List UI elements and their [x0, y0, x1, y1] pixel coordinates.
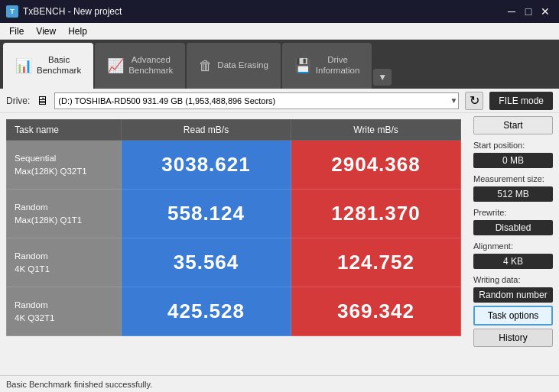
- drive-row: Drive: 🖥 (D:) TOSHIBA-RD500 931.49 GB (1…: [0, 89, 559, 113]
- drive-label: Drive:: [6, 96, 30, 106]
- history-button[interactable]: History: [473, 329, 553, 347]
- status-text: Basic Benchmark finished successfully.: [6, 380, 152, 389]
- tab-basic-benchmark[interactable]: 📊 Basic Benchmark: [3, 43, 93, 89]
- task-cell-2: Random 4K Q1T1: [7, 238, 122, 287]
- write-cell-1: 1281.370: [291, 190, 461, 238]
- status-bar: Basic Benchmark finished successfully.: [0, 375, 559, 392]
- tab-erasing-label: Data Erasing: [217, 60, 268, 71]
- menu-view[interactable]: View: [30, 24, 62, 38]
- read-cell-3: 425.528: [122, 287, 291, 336]
- right-panel: Start Start position: 0 MB Measurement s…: [467, 113, 559, 375]
- tab-data-erasing[interactable]: 🗑 Data Erasing: [187, 43, 280, 89]
- start-position-value: 0 MB: [473, 153, 553, 168]
- advanced-benchmark-icon: 📈: [107, 57, 124, 74]
- task-cell-0: Sequential Max(128K) Q32T1: [7, 141, 122, 190]
- task-cell-3: Random 4K Q32T1: [7, 287, 122, 336]
- menu-bar: File View Help: [0, 23, 559, 40]
- write-cell-3: 369.342: [291, 287, 461, 336]
- table-row: Random Max(128K) Q1T1 558.124 1281.370: [7, 190, 461, 238]
- task-cell-1: Random Max(128K) Q1T1: [7, 190, 122, 238]
- read-cell-1: 558.124: [122, 190, 291, 238]
- start-position-label: Start position:: [473, 141, 553, 150]
- drive-refresh-button[interactable]: ↻: [465, 92, 483, 110]
- window-title: TxBENCH - New project: [23, 6, 122, 17]
- title-bar: T TxBENCH - New project ─ □ ✕: [0, 0, 559, 23]
- col-header-read: Read mB/s: [122, 120, 291, 141]
- prewrite-value: Disabled: [473, 220, 553, 235]
- main-content: Task name Read mB/s Write mB/s Sequentia…: [0, 113, 559, 375]
- read-cell-0: 3038.621: [122, 141, 291, 190]
- toolbar: 📊 Basic Benchmark 📈 Advanced Benchmark 🗑…: [0, 40, 559, 89]
- start-button[interactable]: Start: [473, 116, 553, 134]
- task-options-button[interactable]: Task options: [473, 306, 553, 326]
- table-row: Random 4K Q1T1 35.564 124.752: [7, 238, 461, 287]
- menu-help[interactable]: Help: [62, 24, 93, 38]
- file-mode-button[interactable]: FILE mode: [489, 92, 553, 110]
- drive-select-display[interactable]: (D:) TOSHIBA-RD500 931.49 GB (1,953,488,…: [54, 92, 459, 109]
- tab-advanced-benchmark[interactable]: 📈 Advanced Benchmark: [95, 43, 185, 89]
- title-bar-controls: ─ □ ✕: [504, 4, 553, 19]
- measurement-size-value: 512 MB: [473, 186, 553, 202]
- tab-advanced-label: Advanced Benchmark: [128, 55, 173, 76]
- table-row: Random 4K Q32T1 425.528 369.342: [7, 287, 461, 336]
- table-area: Task name Read mB/s Write mB/s Sequentia…: [0, 113, 467, 375]
- col-header-task: Task name: [7, 120, 122, 141]
- drive-type-icon: 🖥: [36, 94, 48, 108]
- data-erasing-icon: 🗑: [199, 58, 213, 74]
- alignment-label: Alignment:: [473, 241, 553, 251]
- drive-info-icon: 💾: [294, 57, 311, 74]
- basic-benchmark-icon: 📊: [15, 57, 32, 74]
- write-cell-0: 2904.368: [291, 141, 461, 190]
- alignment-value: 4 KB: [473, 254, 553, 269]
- toolbar-dropdown: ▼: [373, 43, 392, 89]
- menu-file[interactable]: File: [3, 24, 30, 38]
- close-button[interactable]: ✕: [538, 4, 553, 19]
- write-cell-2: 124.752: [291, 238, 461, 287]
- read-cell-2: 35.564: [122, 238, 291, 287]
- tab-basic-label: Basic Benchmark: [37, 55, 81, 76]
- tab-drive-info[interactable]: 💾 Drive Information: [282, 43, 372, 89]
- toolbar-dropdown-btn[interactable]: ▼: [373, 69, 392, 86]
- drive-select-wrapper: (D:) TOSHIBA-RD500 931.49 GB (1,953,488,…: [54, 92, 459, 109]
- writing-data-value: Random number: [473, 287, 553, 303]
- benchmark-table: Task name Read mB/s Write mB/s Sequentia…: [6, 119, 461, 336]
- drive-value: (D:) TOSHIBA-RD500 931.49 GB (1,953,488,…: [58, 96, 275, 105]
- app-icon: T: [6, 5, 18, 18]
- measurement-size-label: Measurement size:: [473, 174, 553, 183]
- col-header-write: Write mB/s: [291, 120, 461, 141]
- prewrite-label: Prewrite:: [473, 208, 553, 217]
- maximize-button[interactable]: □: [521, 4, 536, 19]
- writing-data-label: Writing data:: [473, 275, 553, 284]
- table-row: Sequential Max(128K) Q32T1 3038.621 2904…: [7, 141, 461, 190]
- minimize-button[interactable]: ─: [504, 4, 519, 19]
- title-bar-left: T TxBENCH - New project: [6, 5, 122, 18]
- tab-drive-label: Drive Information: [316, 55, 360, 76]
